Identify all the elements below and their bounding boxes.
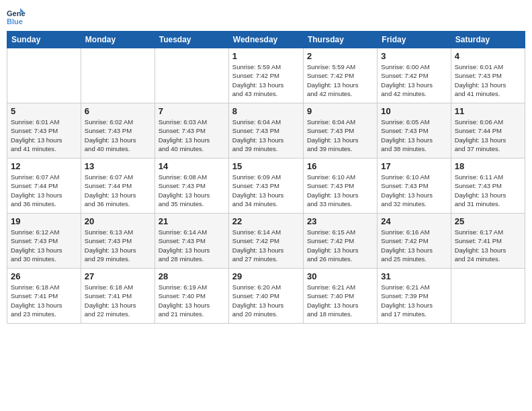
- day-info: Sunrise: 6:07 AM Sunset: 7:44 PM Dayligh…: [11, 173, 77, 208]
- calendar-cell: 29Sunrise: 6:20 AM Sunset: 7:40 PM Dayli…: [228, 269, 303, 324]
- calendar-week-3: 12Sunrise: 6:07 AM Sunset: 7:44 PM Dayli…: [7, 158, 525, 214]
- day-number: 23: [307, 216, 373, 226]
- day-number: 19: [11, 216, 77, 226]
- day-info: Sunrise: 6:09 AM Sunset: 7:43 PM Dayligh…: [232, 173, 300, 208]
- day-info: Sunrise: 6:18 AM Sunset: 7:41 PM Dayligh…: [85, 283, 151, 318]
- calendar-cell: [7, 48, 81, 103]
- weekday-header-saturday: Saturday: [451, 32, 525, 48]
- calendar-cell: 11Sunrise: 6:06 AM Sunset: 7:44 PM Dayli…: [451, 103, 525, 158]
- day-info: Sunrise: 6:19 AM Sunset: 7:40 PM Dayligh…: [159, 283, 225, 318]
- day-number: 10: [381, 106, 447, 116]
- calendar-cell: 10Sunrise: 6:05 AM Sunset: 7:43 PM Dayli…: [378, 103, 451, 158]
- weekday-header-tuesday: Tuesday: [154, 32, 228, 48]
- calendar-cell: 4Sunrise: 6:01 AM Sunset: 7:43 PM Daylig…: [451, 48, 525, 103]
- day-number: 2: [307, 51, 373, 61]
- day-number: 29: [232, 271, 300, 281]
- day-info: Sunrise: 6:15 AM Sunset: 7:42 PM Dayligh…: [307, 228, 373, 263]
- day-info: Sunrise: 6:01 AM Sunset: 7:43 PM Dayligh…: [455, 62, 521, 98]
- calendar-cell: 13Sunrise: 6:07 AM Sunset: 7:44 PM Dayli…: [81, 158, 154, 214]
- day-info: Sunrise: 6:06 AM Sunset: 7:44 PM Dayligh…: [455, 118, 521, 153]
- weekday-header-monday: Monday: [81, 32, 154, 48]
- day-info: Sunrise: 5:59 AM Sunset: 7:42 PM Dayligh…: [307, 62, 373, 98]
- logo-icon: General Blue: [7, 7, 26, 26]
- calendar-cell: 19Sunrise: 6:12 AM Sunset: 7:43 PM Dayli…: [7, 214, 81, 269]
- day-number: 21: [159, 216, 225, 226]
- day-info: Sunrise: 6:07 AM Sunset: 7:44 PM Dayligh…: [85, 173, 151, 208]
- calendar-cell: 21Sunrise: 6:14 AM Sunset: 7:43 PM Dayli…: [154, 214, 228, 269]
- calendar-week-4: 19Sunrise: 6:12 AM Sunset: 7:43 PM Dayli…: [7, 214, 525, 269]
- calendar-cell: [81, 48, 154, 103]
- day-info: Sunrise: 6:02 AM Sunset: 7:43 PM Dayligh…: [85, 118, 151, 153]
- day-info: Sunrise: 6:04 AM Sunset: 7:43 PM Dayligh…: [232, 118, 300, 153]
- day-info: Sunrise: 6:01 AM Sunset: 7:43 PM Dayligh…: [11, 118, 77, 153]
- calendar-cell: 27Sunrise: 6:18 AM Sunset: 7:41 PM Dayli…: [81, 269, 154, 324]
- calendar-week-2: 5Sunrise: 6:01 AM Sunset: 7:43 PM Daylig…: [7, 103, 525, 158]
- calendar-week-5: 26Sunrise: 6:18 AM Sunset: 7:41 PM Dayli…: [7, 269, 525, 324]
- calendar-cell: 23Sunrise: 6:15 AM Sunset: 7:42 PM Dayli…: [303, 214, 377, 269]
- day-number: 25: [455, 216, 521, 226]
- day-number: 1: [232, 51, 300, 61]
- day-number: 22: [232, 216, 300, 226]
- calendar-cell: 6Sunrise: 6:02 AM Sunset: 7:43 PM Daylig…: [81, 103, 154, 158]
- day-number: 8: [232, 106, 300, 116]
- day-number: 16: [307, 161, 373, 171]
- day-number: 26: [11, 271, 77, 281]
- svg-text:Blue: Blue: [7, 17, 23, 26]
- day-info: Sunrise: 6:16 AM Sunset: 7:42 PM Dayligh…: [381, 228, 447, 263]
- day-info: Sunrise: 6:04 AM Sunset: 7:43 PM Dayligh…: [307, 118, 373, 153]
- day-number: 9: [307, 106, 373, 116]
- calendar-cell: 7Sunrise: 6:03 AM Sunset: 7:43 PM Daylig…: [154, 103, 228, 158]
- calendar-cell: 16Sunrise: 6:10 AM Sunset: 7:43 PM Dayli…: [303, 158, 377, 214]
- header: General Blue: [7, 7, 525, 26]
- day-number: 28: [159, 271, 225, 281]
- day-info: Sunrise: 6:05 AM Sunset: 7:43 PM Dayligh…: [381, 118, 447, 153]
- weekday-header-sunday: Sunday: [7, 32, 81, 48]
- weekday-header-row: SundayMondayTuesdayWednesdayThursdayFrid…: [7, 32, 525, 48]
- day-info: Sunrise: 6:18 AM Sunset: 7:41 PM Dayligh…: [11, 283, 77, 318]
- day-info: Sunrise: 6:20 AM Sunset: 7:40 PM Dayligh…: [232, 283, 300, 318]
- calendar-cell: 24Sunrise: 6:16 AM Sunset: 7:42 PM Dayli…: [378, 214, 451, 269]
- calendar-cell: 17Sunrise: 6:10 AM Sunset: 7:43 PM Dayli…: [378, 158, 451, 214]
- calendar-cell: 5Sunrise: 6:01 AM Sunset: 7:43 PM Daylig…: [7, 103, 81, 158]
- calendar-cell: 3Sunrise: 6:00 AM Sunset: 7:42 PM Daylig…: [378, 48, 451, 103]
- calendar-cell: 8Sunrise: 6:04 AM Sunset: 7:43 PM Daylig…: [228, 103, 303, 158]
- calendar-week-1: 1Sunrise: 5:59 AM Sunset: 7:42 PM Daylig…: [7, 48, 525, 103]
- day-info: Sunrise: 6:11 AM Sunset: 7:43 PM Dayligh…: [455, 173, 521, 208]
- day-number: 6: [85, 106, 151, 116]
- day-number: 14: [159, 161, 225, 171]
- calendar-cell: 22Sunrise: 6:14 AM Sunset: 7:42 PM Dayli…: [228, 214, 303, 269]
- calendar-cell: 26Sunrise: 6:18 AM Sunset: 7:41 PM Dayli…: [7, 269, 81, 324]
- calendar-cell: 1Sunrise: 5:59 AM Sunset: 7:42 PM Daylig…: [228, 48, 303, 103]
- calendar-cell: 20Sunrise: 6:13 AM Sunset: 7:43 PM Dayli…: [81, 214, 154, 269]
- day-number: 20: [85, 216, 151, 226]
- calendar-cell: 28Sunrise: 6:19 AM Sunset: 7:40 PM Dayli…: [154, 269, 228, 324]
- day-info: Sunrise: 6:03 AM Sunset: 7:43 PM Dayligh…: [159, 118, 225, 153]
- calendar-cell: [451, 269, 525, 324]
- day-info: Sunrise: 6:10 AM Sunset: 7:43 PM Dayligh…: [307, 173, 373, 208]
- day-info: Sunrise: 6:14 AM Sunset: 7:43 PM Dayligh…: [159, 228, 225, 263]
- day-info: Sunrise: 6:08 AM Sunset: 7:43 PM Dayligh…: [159, 173, 225, 208]
- calendar-cell: 18Sunrise: 6:11 AM Sunset: 7:43 PM Dayli…: [451, 158, 525, 214]
- day-number: 13: [85, 161, 151, 171]
- day-info: Sunrise: 6:21 AM Sunset: 7:40 PM Dayligh…: [307, 283, 373, 318]
- calendar-cell: 12Sunrise: 6:07 AM Sunset: 7:44 PM Dayli…: [7, 158, 81, 214]
- calendar-cell: 30Sunrise: 6:21 AM Sunset: 7:40 PM Dayli…: [303, 269, 377, 324]
- calendar-cell: 2Sunrise: 5:59 AM Sunset: 7:42 PM Daylig…: [303, 48, 377, 103]
- day-info: Sunrise: 6:21 AM Sunset: 7:39 PM Dayligh…: [381, 283, 447, 318]
- calendar-cell: [154, 48, 228, 103]
- day-info: Sunrise: 5:59 AM Sunset: 7:42 PM Dayligh…: [232, 62, 300, 98]
- day-number: 11: [455, 106, 521, 116]
- day-number: 5: [11, 106, 77, 116]
- calendar-cell: 15Sunrise: 6:09 AM Sunset: 7:43 PM Dayli…: [228, 158, 303, 214]
- logo: General Blue: [7, 7, 28, 26]
- day-number: 17: [381, 161, 447, 171]
- day-number: 7: [159, 106, 225, 116]
- day-number: 24: [381, 216, 447, 226]
- calendar-cell: 31Sunrise: 6:21 AM Sunset: 7:39 PM Dayli…: [378, 269, 451, 324]
- calendar-cell: 9Sunrise: 6:04 AM Sunset: 7:43 PM Daylig…: [303, 103, 377, 158]
- day-info: Sunrise: 6:14 AM Sunset: 7:42 PM Dayligh…: [232, 228, 300, 263]
- calendar-cell: 14Sunrise: 6:08 AM Sunset: 7:43 PM Dayli…: [154, 158, 228, 214]
- weekday-header-thursday: Thursday: [303, 32, 377, 48]
- day-number: 31: [381, 271, 447, 281]
- day-info: Sunrise: 6:00 AM Sunset: 7:42 PM Dayligh…: [381, 62, 447, 98]
